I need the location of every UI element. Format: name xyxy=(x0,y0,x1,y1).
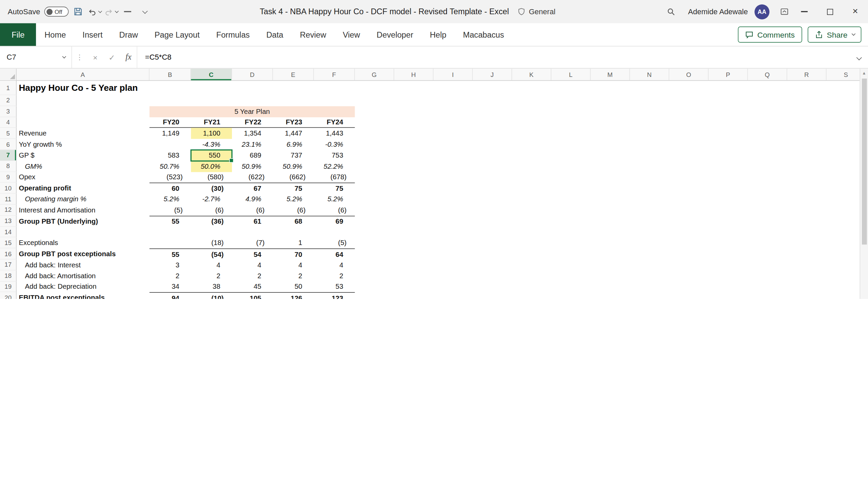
column-header-n[interactable]: N xyxy=(630,68,669,80)
cell-f11[interactable]: 5.2% xyxy=(314,194,355,205)
ribbon-tab-formulas[interactable]: Formulas xyxy=(208,23,258,46)
row-header-18[interactable]: 18 xyxy=(0,270,17,281)
cell-f16[interactable]: 64 xyxy=(314,249,355,260)
row-header-10[interactable]: 10 xyxy=(0,183,17,194)
cell-e10[interactable]: 75 xyxy=(273,183,314,194)
row-header-15[interactable]: 15 xyxy=(0,238,17,248)
cell-c11[interactable]: -2.7% xyxy=(191,194,232,205)
ribbon-tab-view[interactable]: View xyxy=(335,23,369,46)
column-header-c[interactable]: C xyxy=(191,68,232,80)
column-header-l[interactable]: L xyxy=(551,68,591,80)
cell-a3[interactable] xyxy=(17,106,150,117)
ribbon-tab-developer[interactable]: Developer xyxy=(368,23,421,46)
fill-handle[interactable] xyxy=(229,158,234,163)
cell-f10[interactable]: 75 xyxy=(314,183,355,194)
cell-d12[interactable]: (6) xyxy=(232,205,273,216)
cell-c19[interactable]: 38 xyxy=(191,281,232,292)
cell-d13[interactable]: 61 xyxy=(232,216,273,227)
cell-d5[interactable]: 1,354 xyxy=(232,128,273,139)
ribbon-tab-file[interactable]: File xyxy=(0,23,36,46)
cell-b12[interactable]: (5) xyxy=(150,205,191,216)
cell-a6[interactable]: YoY growth % xyxy=(17,139,150,150)
save-button[interactable] xyxy=(71,3,85,20)
cell-b9[interactable]: (523) xyxy=(150,172,191,183)
insert-function-icon[interactable]: fx xyxy=(120,53,137,62)
cell-c5[interactable]: 1,100 xyxy=(191,128,232,139)
column-header-i[interactable]: I xyxy=(433,68,473,80)
cell-b18[interactable]: 2 xyxy=(150,270,191,281)
cell-e13[interactable]: 68 xyxy=(273,216,314,227)
cell-d16[interactable]: 54 xyxy=(232,249,273,260)
row-header-14[interactable]: 14 xyxy=(0,227,17,238)
cell-c8[interactable]: 50.0% xyxy=(191,161,232,172)
row-header-11[interactable]: 11 xyxy=(0,194,17,205)
ribbon-tab-review[interactable]: Review xyxy=(292,23,335,46)
cell-a10[interactable]: Operating profit xyxy=(17,183,150,194)
cell-d10[interactable]: 67 xyxy=(232,183,273,194)
cell-c16[interactable]: (54) xyxy=(191,249,232,260)
cell-a8[interactable]: GM% xyxy=(17,161,150,172)
ribbon-display-options-button[interactable] xyxy=(777,3,791,20)
column-header-k[interactable]: K xyxy=(512,68,551,80)
cell-f18[interactable]: 2 xyxy=(314,270,355,281)
cell-e5[interactable]: 1,447 xyxy=(273,128,314,139)
close-button[interactable]: × xyxy=(843,0,868,23)
redo-button[interactable] xyxy=(104,3,118,20)
cell-c20[interactable]: (10) xyxy=(191,293,232,299)
cell-d19[interactable]: 45 xyxy=(232,281,273,292)
cell-d8[interactable]: 50.9% xyxy=(232,161,273,172)
row-header-6[interactable]: 6 xyxy=(0,139,17,150)
cell-f6[interactable]: -0.3% xyxy=(314,139,355,150)
row-header-12[interactable]: 12 xyxy=(0,205,17,216)
row-header-17[interactable]: 17 xyxy=(0,260,17,270)
autosave-switch[interactable]: Off xyxy=(44,7,68,17)
column-header-r[interactable]: R xyxy=(787,68,827,80)
cell-b13[interactable]: 55 xyxy=(150,216,191,227)
cell-b3-merged[interactable]: 5 Year Plan xyxy=(150,106,355,117)
row-header-19[interactable]: 19 xyxy=(0,281,17,292)
vertical-scrollbar[interactable]: ▴ ▾ xyxy=(860,68,868,299)
cell-f9[interactable]: (678) xyxy=(314,172,355,183)
cell-a12[interactable]: Interest and Amortisation xyxy=(17,205,150,216)
grid[interactable]: ABCDEFGHIJKLMNOPQRS 1Happy Hour Co - 5 Y… xyxy=(0,68,860,299)
cell-a17[interactable]: Add back: Interest xyxy=(17,260,150,270)
ribbon-tab-macabacus[interactable]: Macabacus xyxy=(455,23,512,46)
cell-a14[interactable] xyxy=(17,227,150,238)
cell-c4[interactable]: FY21 xyxy=(191,117,232,127)
cell-c6[interactable]: -4.3% xyxy=(191,139,232,150)
cell-a15[interactable]: Exceptionals xyxy=(17,238,150,248)
cell-e17[interactable]: 4 xyxy=(273,260,314,270)
share-button[interactable]: Share xyxy=(807,26,861,42)
ribbon-tab-page-layout[interactable]: Page Layout xyxy=(146,23,208,46)
formula-input[interactable]: =C5*C8 xyxy=(137,46,849,68)
scroll-up-icon[interactable]: ▴ xyxy=(863,68,865,77)
row-header-9[interactable]: 9 xyxy=(0,172,17,183)
formula-bar-expand-button[interactable] xyxy=(849,52,868,62)
row-header-4[interactable]: 4 xyxy=(0,117,17,128)
column-header-m[interactable]: M xyxy=(591,68,630,80)
cell-d9[interactable]: (622) xyxy=(232,172,273,183)
cell-b6[interactable] xyxy=(150,139,191,150)
autosave-toggle[interactable]: AutoSave Off xyxy=(8,7,68,17)
cell-b8[interactable]: 50.7% xyxy=(150,161,191,172)
column-header-b[interactable]: B xyxy=(150,68,191,80)
cell-a11[interactable]: Operating margin % xyxy=(17,194,150,205)
cell-d11[interactable]: 4.9% xyxy=(232,194,273,205)
cell-b16[interactable]: 55 xyxy=(150,249,191,260)
cell-c10[interactable]: (30) xyxy=(191,183,232,194)
column-header-j[interactable]: J xyxy=(473,68,512,80)
cell-a18[interactable]: Add back: Amortisation xyxy=(17,270,150,281)
cell-e6[interactable]: 6.9% xyxy=(273,139,314,150)
row-header-16[interactable]: 16 xyxy=(0,248,17,259)
cancel-entry-icon[interactable]: × xyxy=(87,53,103,62)
cell-a5[interactable]: Revenue xyxy=(17,128,150,139)
ribbon-tab-home[interactable]: Home xyxy=(36,23,74,46)
column-header-h[interactable]: H xyxy=(394,68,433,80)
undo-button[interactable] xyxy=(87,3,101,20)
row-header-3[interactable]: 3 xyxy=(0,106,17,117)
column-header-e[interactable]: E xyxy=(273,68,314,80)
cell-b20[interactable]: 94 xyxy=(150,293,191,299)
cell-a19[interactable]: Add back: Depreciation xyxy=(17,281,150,292)
select-all-corner[interactable] xyxy=(0,68,17,80)
search-button[interactable] xyxy=(664,3,678,20)
